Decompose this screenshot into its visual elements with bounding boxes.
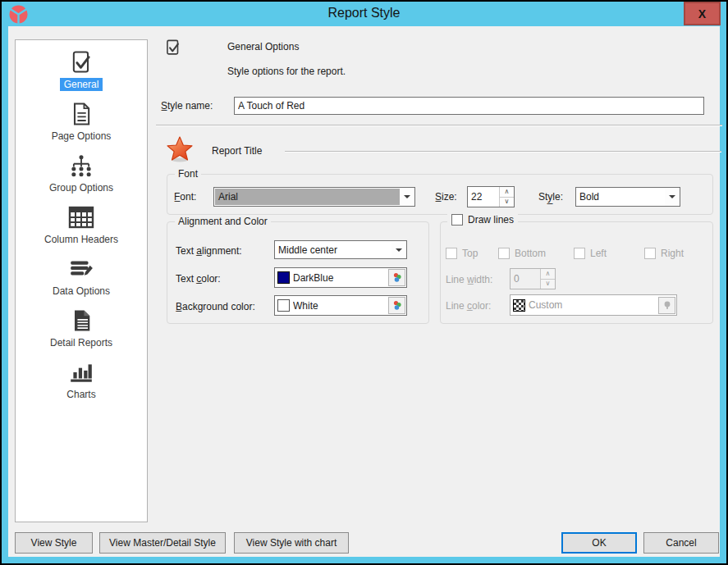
size-spinner[interactable]: 22 ∧ ∨: [467, 186, 515, 207]
ok-button[interactable]: OK: [561, 532, 637, 554]
charts-icon: [68, 357, 94, 388]
spin-down-icon: ∨: [541, 279, 555, 289]
text-alignment-label: Text a̲lignment:: [176, 245, 242, 257]
dialog-body: General Page Options Group Options: [8, 26, 720, 557]
color-picker-button: [658, 297, 675, 314]
page-subtitle: Style options for the report.: [227, 66, 346, 77]
top-label: Top: [462, 248, 478, 259]
detail-reports-icon: [68, 305, 94, 336]
color-picker-icon: [392, 300, 402, 311]
sidebar-label: Group Options: [45, 181, 117, 194]
line-width-label: Line w̲idth:: [446, 274, 492, 285]
page-options-icon: [68, 98, 94, 130]
sidebar: General Page Options Group Options: [15, 39, 148, 522]
spin-down-icon[interactable]: ∨: [500, 197, 514, 207]
sidebar-item-data-options[interactable]: Data Options: [16, 253, 147, 305]
report-title-star-icon: [165, 134, 195, 164]
alignment-color-groupbox: Alignment and Color Text a̲lignment: Mid…: [167, 221, 429, 324]
bottom-checkbox-row: Bottom: [498, 248, 546, 259]
data-options-icon: [68, 253, 94, 285]
right-checkbox: [644, 248, 656, 259]
chevron-down-icon[interactable]: [400, 188, 414, 206]
text-color-label: Text c̲olor:: [176, 273, 221, 285]
sidebar-label: Charts: [62, 388, 99, 401]
sidebar-item-detail-reports[interactable]: Detail Reports: [16, 305, 147, 357]
spin-up-icon[interactable]: ∧: [500, 187, 514, 197]
line-width-spinner: 0 ∧ ∨: [510, 268, 556, 289]
text-alignment-value: Middle center: [275, 241, 391, 258]
report-title-line: [285, 151, 721, 153]
group-options-icon: [68, 150, 94, 181]
sidebar-item-charts[interactable]: Charts: [16, 357, 147, 408]
sidebar-item-page-options[interactable]: Page Options: [16, 98, 147, 150]
font-combobox[interactable]: Arial: [213, 187, 415, 207]
line-color-value: Custom: [529, 299, 657, 311]
size-spinner-value: 22: [468, 187, 499, 207]
font-group-title: Font: [175, 168, 201, 180]
top-checkbox: [446, 248, 457, 259]
background-color-swatch: [277, 299, 290, 312]
column-headers-icon: [67, 202, 95, 233]
window-title: Report Style: [2, 6, 726, 21]
view-master-detail-style-button[interactable]: View Master/Detail Style: [99, 532, 226, 554]
sidebar-item-column-headers[interactable]: Column Headers: [16, 202, 147, 253]
top-checkbox-row: Top: [446, 248, 478, 259]
style-combobox[interactable]: Bold: [575, 187, 680, 207]
sidebar-label: Detail Reports: [46, 336, 117, 349]
color-picker-button[interactable]: [388, 297, 405, 314]
general-icon: [68, 47, 94, 78]
color-picker-button[interactable]: [388, 269, 405, 286]
bottom-checkbox: [498, 248, 510, 259]
background-color-label: B̲ackground color:: [176, 301, 255, 312]
draw-lines-groupbox: Draw lines Top Bottom Left Right: [440, 221, 713, 324]
size-label: S̲ize:: [435, 191, 457, 203]
separator-line: [156, 125, 722, 126]
background-color-value: White: [293, 300, 387, 312]
cancel-button[interactable]: Cancel: [643, 532, 719, 554]
color-picker-icon-disabled: [662, 300, 672, 311]
right-checkbox-row: Right: [644, 248, 684, 259]
background-color-edit[interactable]: White: [274, 295, 407, 316]
window-chrome: Report Style X General Page Options: [2, 2, 726, 563]
line-color-swatch: [513, 299, 525, 312]
sidebar-label: Column Headers: [40, 233, 122, 246]
sidebar-label: General: [60, 78, 103, 91]
left-checkbox-row: Left: [574, 248, 607, 259]
draw-lines-checkbox-row: Draw lines: [447, 214, 518, 226]
draw-lines-checkbox[interactable]: [451, 214, 463, 226]
draw-lines-label: Draw lines: [468, 214, 514, 226]
font-groupbox: Font F̲ont: Arial S̲ize: 22 ∧ ∨ Sty̲le: …: [167, 174, 713, 215]
style-name-input[interactable]: [234, 97, 704, 115]
right-label: Right: [661, 248, 684, 259]
color-picker-icon: [392, 272, 402, 283]
close-button[interactable]: X: [684, 2, 721, 25]
general-options-icon: [164, 39, 182, 57]
text-alignment-combobox[interactable]: Middle center: [274, 240, 407, 259]
chevron-down-icon[interactable]: [391, 241, 406, 258]
style-combobox-value: Bold: [576, 188, 665, 206]
font-label: F̲ont:: [174, 191, 196, 203]
report-style-dialog: Report Style X General Page Options: [0, 0, 728, 565]
style-name-label: S̲tyle name:: [161, 100, 213, 112]
text-color-value: DarkBlue: [293, 272, 387, 284]
left-checkbox: [574, 248, 585, 259]
view-style-with-chart-button[interactable]: View Style with chart: [234, 532, 349, 554]
text-color-edit[interactable]: DarkBlue: [274, 267, 407, 288]
line-width-value: 0: [511, 269, 540, 289]
view-style-button[interactable]: View Style: [15, 532, 93, 554]
font-combobox-value: Arial: [215, 189, 400, 205]
text-color-swatch: [277, 271, 290, 284]
sidebar-item-general[interactable]: General: [16, 47, 147, 98]
left-label: Left: [590, 248, 607, 259]
line-color-edit: Custom: [510, 294, 677, 316]
report-title-label: Report Title: [212, 145, 262, 157]
sidebar-label: Page Options: [48, 130, 116, 143]
titlebar: Report Style X: [2, 2, 726, 26]
sidebar-label: Data Options: [48, 285, 114, 298]
bottom-label: Bottom: [515, 248, 546, 259]
style-label: Sty̲le:: [538, 191, 563, 203]
chevron-down-icon[interactable]: [665, 188, 680, 206]
alignment-group-title: Alignment and Color: [175, 216, 271, 227]
spin-up-icon: ∧: [541, 269, 555, 279]
sidebar-item-group-options[interactable]: Group Options: [16, 150, 147, 202]
